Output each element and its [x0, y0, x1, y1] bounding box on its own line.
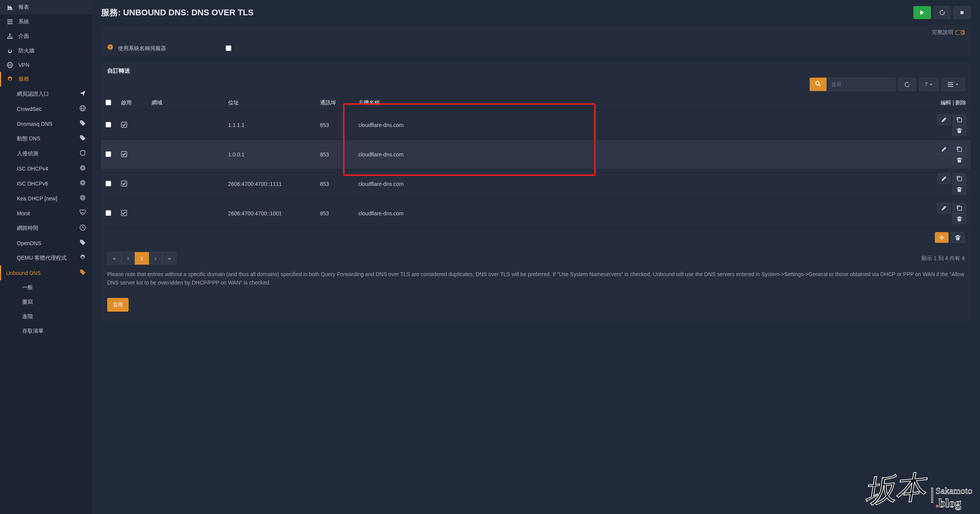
start-button[interactable]: [913, 6, 931, 19]
add-button[interactable]: [935, 232, 949, 243]
sidebar-item-1[interactable]: 系統: [0, 15, 92, 29]
page-first[interactable]: «: [107, 252, 121, 265]
sidebar-sub-10[interactable]: OpenDNS: [0, 236, 92, 250]
select-all-checkbox[interactable]: [106, 100, 111, 105]
svg-point-4: [7, 37, 9, 39]
stop-button[interactable]: [953, 6, 971, 19]
edit-button[interactable]: [937, 173, 951, 184]
sidebar-sub-3[interactable]: 動態 DNS: [0, 131, 92, 146]
row-checkbox[interactable]: [106, 122, 111, 127]
page-size-select[interactable]: 7: [919, 78, 939, 91]
send-icon: [80, 90, 86, 98]
svg-rect-0: [7, 20, 13, 20]
table-row[interactable]: 1.0.0.1 853 cloudflare-dns.com: [101, 140, 971, 169]
svg-rect-31: [958, 118, 962, 122]
sidebar-sub-7[interactable]: Kea DHCP [new]: [0, 191, 92, 206]
sidebar-sub-4[interactable]: 入侵偵測: [0, 146, 92, 161]
svg-rect-30: [121, 122, 127, 127]
help-link[interactable]: 完整說明: [932, 29, 965, 36]
clock-icon: [80, 224, 86, 232]
svg-point-15: [80, 181, 85, 185]
sidebar-sub-5[interactable]: ISC DHCPv4: [0, 161, 92, 176]
sidebar-item-4[interactable]: VPN: [0, 58, 92, 72]
sidebar-subsub-2[interactable]: 進階: [0, 309, 92, 324]
row-checkbox[interactable]: [106, 210, 111, 216]
sidebar-subsub-3[interactable]: 存取清單: [0, 324, 92, 338]
sidebar-sub-1[interactable]: CrowdSec: [0, 101, 92, 116]
sidebar-item-0[interactable]: 報表: [0, 0, 92, 15]
sidebar-sub-8[interactable]: Monit: [0, 206, 92, 221]
th-port[interactable]: 通訊埠: [315, 96, 354, 111]
sidebar-sub-12[interactable]: Unbound DNS: [0, 265, 92, 280]
check-icon: [121, 182, 127, 188]
search-button[interactable]: [810, 78, 826, 91]
gear-icon: [80, 254, 86, 262]
svg-rect-37: [958, 207, 962, 210]
tag-icon: [80, 239, 86, 247]
sidebar-sub-9[interactable]: 網路時間: [0, 221, 92, 236]
gear-icon: [6, 76, 14, 82]
forwarding-panel: 自訂轉送 7 啟用 網域 位址 通訊埠 主機名稱 編輯 | 刪除: [101, 62, 971, 321]
delete-button[interactable]: [952, 155, 966, 165]
sitemap-icon: [6, 33, 14, 39]
clone-button[interactable]: [952, 144, 966, 155]
row-checkbox[interactable]: [106, 181, 111, 186]
sidebar-sub-0[interactable]: 網頁認證入口: [0, 86, 92, 101]
page-last[interactable]: »: [162, 252, 176, 265]
edit-button[interactable]: [937, 114, 951, 125]
target-icon: [80, 195, 86, 202]
table-row[interactable]: 2606:4700:4700::1111 853 cloudflare-dns.…: [101, 169, 971, 199]
page-current[interactable]: 1: [135, 252, 149, 265]
delete-button[interactable]: [952, 213, 966, 224]
sidebar-subsub-0[interactable]: 一般: [0, 280, 92, 295]
apply-button[interactable]: 套用: [107, 298, 129, 312]
sidebar-item-2[interactable]: 介面: [0, 29, 92, 44]
svg-point-13: [80, 166, 85, 170]
page-prev[interactable]: ‹: [121, 252, 134, 265]
edit-button[interactable]: [937, 203, 951, 213]
sidebar-sub-11[interactable]: QEMU 客體代理程式: [0, 250, 92, 265]
svg-rect-34: [121, 181, 127, 186]
table-row[interactable]: 1.1.1.1 853 cloudflare-dns.com: [101, 111, 971, 140]
delete-button[interactable]: [952, 125, 966, 136]
svg-point-3: [9, 34, 11, 35]
svg-rect-33: [958, 148, 962, 151]
clone-button[interactable]: [952, 173, 966, 184]
restart-button[interactable]: [933, 6, 951, 19]
svg-rect-21: [956, 30, 965, 35]
chart-icon: [6, 4, 14, 10]
svg-rect-35: [958, 177, 962, 181]
globe-icon: [80, 105, 86, 112]
svg-point-5: [9, 37, 11, 39]
svg-text:i: i: [109, 45, 111, 49]
row-checkbox[interactable]: [106, 151, 111, 157]
tag-icon: [80, 135, 86, 142]
delete-selected-button[interactable]: [951, 232, 965, 243]
sidebar-item-5[interactable]: 服務: [0, 72, 92, 86]
sidebar-sub-6[interactable]: ISC DHCPv6: [0, 176, 92, 191]
refresh-button[interactable]: [898, 78, 916, 91]
info-icon[interactable]: i: [107, 45, 113, 51]
sidebar-subsub-1[interactable]: 覆寫: [0, 295, 92, 309]
table-row[interactable]: 2606:4700:4700::1001 853 cloudflare-dns.…: [101, 199, 971, 228]
use-system-ns-checkbox[interactable]: [226, 46, 231, 51]
target-icon: [80, 180, 86, 187]
th-enabled[interactable]: 啟用: [116, 96, 147, 111]
clone-button[interactable]: [952, 203, 966, 213]
use-system-ns-label: 使用系統名稱伺服器: [118, 45, 166, 51]
tag-icon: [80, 269, 86, 277]
th-address[interactable]: 位址: [224, 96, 315, 111]
sidebar-item-3[interactable]: 防火牆: [0, 44, 92, 58]
settings-panel: 完整說明 i 使用系統名稱伺服器: [101, 25, 971, 56]
clone-button[interactable]: [952, 114, 966, 125]
page-next[interactable]: ›: [149, 252, 162, 265]
th-hostname[interactable]: 主機名稱: [354, 96, 925, 111]
edit-button[interactable]: [937, 144, 951, 155]
svg-rect-27: [948, 82, 953, 83]
layers-icon: [6, 19, 14, 25]
columns-button[interactable]: [942, 78, 965, 91]
delete-button[interactable]: [952, 184, 966, 195]
th-domain[interactable]: 網域: [147, 96, 224, 111]
sidebar-sub-2[interactable]: Dnsmasq DNS: [0, 116, 92, 131]
search-input[interactable]: [826, 78, 895, 91]
